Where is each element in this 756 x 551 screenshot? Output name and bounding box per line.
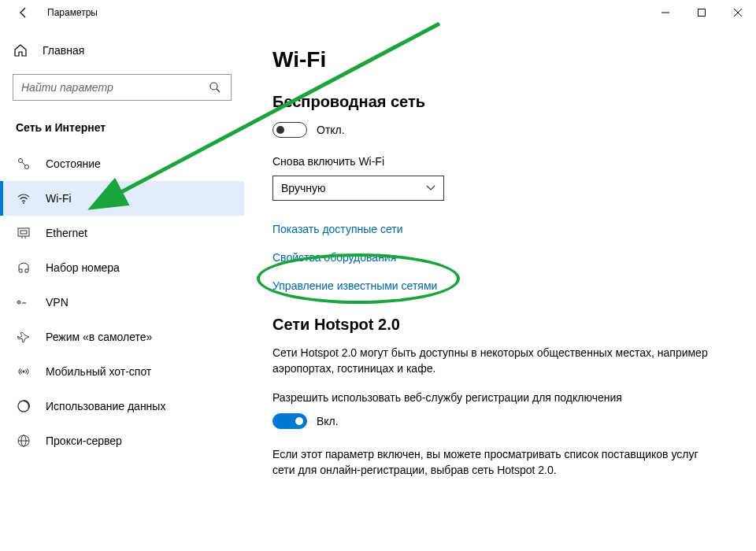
close-button[interactable] — [720, 0, 756, 25]
sidebar-item-label: Набор номера — [46, 261, 120, 274]
sidebar-item-label: Прокси-сервер — [46, 435, 122, 447]
sidebar-item-dialup[interactable]: Набор номера — [0, 250, 244, 285]
sidebar-item-label: Состояние — [46, 157, 101, 170]
sidebar-item-ethernet[interactable]: Ethernet — [0, 216, 244, 250]
sidebar-item-vpn[interactable]: ∞ VPN — [0, 285, 244, 320]
svg-rect-11 — [20, 231, 27, 234]
svg-point-7 — [25, 165, 29, 169]
ethernet-icon — [16, 225, 32, 241]
sidebar-item-label: Ethernet — [46, 227, 87, 239]
show-networks-link[interactable]: Показать доступные сети — [272, 223, 728, 235]
hotspot-desc: Сети Hotspot 2.0 могут быть доступны в н… — [272, 345, 713, 377]
sidebar-item-label: Wi-Fi — [46, 192, 72, 205]
sidebar-item-proxy[interactable]: Прокси-сервер — [0, 423, 244, 458]
reconnect-value: Вручную — [281, 182, 426, 194]
hotspot-icon — [16, 364, 32, 379]
vpn-icon: ∞ — [16, 294, 32, 310]
dialup-icon — [16, 260, 32, 276]
sidebar-item-label: VPN — [46, 296, 69, 309]
sidebar-item-label: Использование данных — [46, 400, 165, 412]
sidebar-item-wifi[interactable]: Wi-Fi — [0, 181, 244, 216]
minimize-button[interactable] — [647, 0, 684, 25]
wifi-icon — [16, 190, 32, 206]
reconnect-dropdown[interactable]: Вручную — [272, 176, 444, 201]
svg-rect-10 — [18, 228, 29, 236]
maximize-button[interactable] — [684, 0, 720, 25]
svg-text:∞: ∞ — [22, 300, 26, 305]
search-input[interactable] — [21, 81, 206, 94]
proxy-icon — [16, 433, 32, 449]
hotspot-toggle-state: Вкл. — [317, 415, 339, 427]
hardware-props-link[interactable]: Свойства оборудования — [272, 251, 728, 264]
airplane-icon — [16, 329, 32, 345]
sidebar-item-airplane[interactable]: Режим «в самолете» — [0, 320, 244, 354]
page-title: Wi-Fi — [272, 47, 728, 72]
reconnect-label: Снова включить Wi-Fi — [272, 155, 728, 168]
sidebar-item-hotspot[interactable]: Мобильный хот-спот — [0, 354, 244, 389]
svg-rect-1 — [699, 9, 706, 17]
home-label: Главная — [43, 44, 84, 57]
sidebar-item-datausage[interactable]: Использование данных — [0, 389, 244, 423]
svg-point-6 — [19, 159, 23, 163]
hotspot-allow-label: Разрешить использовать веб-службу регист… — [272, 391, 728, 404]
svg-point-4 — [210, 83, 217, 90]
status-icon — [16, 156, 32, 172]
search-box[interactable] — [13, 74, 232, 101]
svg-line-8 — [22, 162, 25, 165]
section-header: Сеть и Интернет — [0, 115, 244, 146]
back-button[interactable] — [6, 0, 41, 25]
svg-line-5 — [217, 89, 220, 92]
svg-point-15 — [18, 301, 20, 303]
sidebar-item-label: Мобильный хот-спот — [46, 365, 151, 378]
sidebar-item-status[interactable]: Состояние — [0, 146, 244, 181]
window-title: Параметры — [47, 7, 98, 18]
content-area: Wi-Fi Беспроводная сеть Откл. Снова вклю… — [244, 25, 756, 551]
chevron-down-icon — [426, 184, 435, 193]
hotspot-heading: Сети Hotspot 2.0 — [272, 316, 728, 334]
home-button[interactable]: Главная — [0, 35, 244, 69]
search-icon — [206, 78, 224, 97]
sidebar-item-label: Режим «в самолете» — [46, 331, 152, 343]
svg-point-17 — [23, 371, 25, 373]
hotspot-note: Если этот параметр включен, вы можете пр… — [272, 446, 713, 479]
wireless-heading: Беспроводная сеть — [272, 93, 728, 111]
data-usage-icon — [16, 398, 32, 414]
wireless-toggle-state: Откл. — [317, 124, 345, 136]
wireless-toggle[interactable] — [272, 122, 307, 138]
sidebar: Главная Сеть и Интернет Состояние Wi-Fi — [0, 25, 244, 551]
manage-known-networks-link[interactable]: Управление известными сетями — [272, 279, 728, 292]
svg-point-9 — [23, 202, 24, 204]
home-icon — [13, 43, 28, 58]
hotspot-toggle[interactable] — [272, 413, 307, 429]
